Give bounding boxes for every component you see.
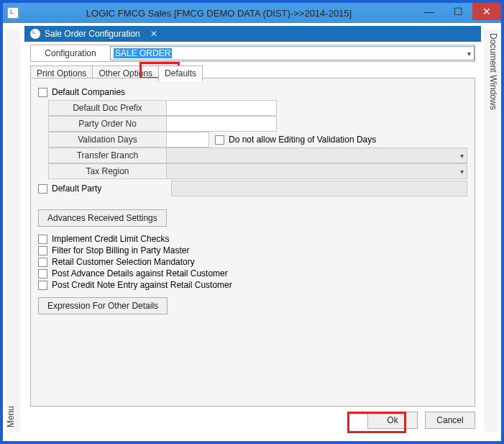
transfer-branch-label: Transfer Branch [48, 148, 166, 163]
configuration-select[interactable]: SALE ORDER ▾ [110, 46, 475, 60]
post-advance-row[interactable]: Post Advance Details against Retail Cust… [38, 268, 467, 278]
validation-days-label: Validation Days [48, 132, 166, 148]
post-advance-checkbox[interactable] [38, 269, 47, 278]
cancel-button[interactable]: Cancel [425, 412, 475, 429]
no-edit-validation-checkbox[interactable] [215, 135, 224, 145]
party-order-no-input[interactable] [166, 116, 277, 132]
stop-billing-checkbox[interactable] [38, 246, 47, 255]
no-edit-validation-label: Do not allow Editing of Validation Days [229, 135, 376, 145]
credit-limit-label: Implement Credit Limit Checks [52, 234, 169, 244]
ok-button[interactable]: Ok [367, 412, 418, 429]
retail-mandatory-row[interactable]: Retail Customer Selection Mandatory [38, 257, 467, 267]
doc-prefix-input[interactable] [166, 100, 277, 116]
post-credit-note-label: Post Credit Note Entry against Retail Cu… [52, 280, 232, 290]
stop-billing-row[interactable]: Filter for Stop Billing in Party Master [38, 245, 467, 255]
configuration-label: Configuration [31, 48, 110, 58]
expression-for-other-details-button[interactable]: Expression For Other Details [38, 297, 168, 314]
tab-defaults[interactable]: Defaults [158, 65, 203, 81]
transfer-branch-select[interactable]: ▾ [166, 148, 467, 163]
tax-region-select[interactable]: ▾ [166, 163, 467, 179]
menu-strip[interactable]: Menu [6, 29, 20, 432]
no-edit-validation-row[interactable]: Do not allow Editing of Validation Days [215, 135, 376, 145]
stop-billing-label: Filter for Stop Billing in Party Master [52, 245, 189, 255]
titlebar: LOGIC FMCG Sales [FMCG DEMO DATA (DIST)-… [3, 3, 501, 23]
default-party-row[interactable]: Default Party [38, 181, 467, 196]
credit-limit-checkbox[interactable] [38, 235, 47, 244]
doc-tab-icon [30, 29, 40, 39]
app-icon [7, 7, 19, 19]
window-title: LOGIC FMCG Sales [FMCG DEMO DATA (DIST)-… [23, 8, 415, 19]
post-advance-label: Post Advance Details against Retail Cust… [52, 268, 228, 278]
post-credit-note-row[interactable]: Post Credit Note Entry against Retail Cu… [38, 280, 467, 290]
minimize-button[interactable]: — [415, 3, 444, 20]
doc-prefix-label: Default Doc Prefix [48, 100, 166, 116]
configuration-value: SALE ORDER [114, 48, 172, 58]
window-controls: — ☐ ✕ [415, 3, 501, 23]
default-party-label: Default Party [52, 184, 167, 194]
configuration-row: Configuration SALE ORDER ▾ [30, 45, 475, 62]
doc-tab-close-icon[interactable]: ✕ [150, 29, 157, 39]
advances-received-settings-button[interactable]: Advances Received Settings [38, 209, 167, 227]
post-credit-note-checkbox[interactable] [38, 281, 47, 290]
chevron-down-icon: ▾ [460, 168, 464, 176]
tax-region-label: Tax Region [48, 163, 166, 179]
default-party-checkbox[interactable] [38, 184, 47, 194]
default-companies-label: Default Companies [52, 87, 125, 97]
validation-days-input[interactable] [166, 132, 209, 148]
retail-mandatory-label: Retail Customer Selection Mandatory [52, 257, 195, 267]
party-order-no-label: Party Order No [48, 116, 166, 132]
doc-tab-title: Sale Order Configuration [45, 29, 140, 39]
chevron-down-icon: ▾ [467, 50, 471, 58]
credit-limit-row[interactable]: Implement Credit Limit Checks [38, 234, 467, 244]
document-tabbar: Sale Order Configuration ✕ [24, 26, 481, 42]
document-windows-strip[interactable]: Document Windows [484, 29, 498, 432]
retail-mandatory-checkbox[interactable] [38, 258, 47, 267]
default-companies-row[interactable]: Default Companies [38, 87, 467, 97]
close-button[interactable]: ✕ [472, 3, 501, 20]
maximize-button[interactable]: ☐ [444, 3, 472, 20]
default-party-input[interactable] [171, 181, 467, 196]
document-tab[interactable]: Sale Order Configuration ✕ [24, 26, 163, 42]
default-companies-checkbox[interactable] [38, 88, 47, 97]
chevron-down-icon: ▾ [460, 152, 464, 160]
defaults-panel: Default Companies Default Doc Prefix Par… [30, 78, 475, 407]
dialog-button-bar: Ok Cancel [30, 409, 475, 431]
